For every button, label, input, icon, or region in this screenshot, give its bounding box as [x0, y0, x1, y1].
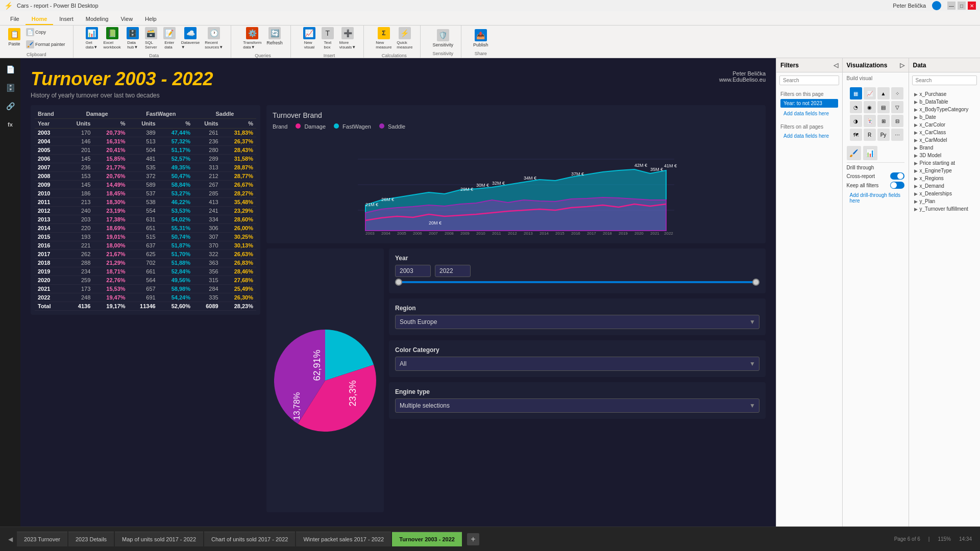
tab-insert[interactable]: Insert [53, 14, 80, 25]
data-tree-item[interactable]: ▶x_CarModel [911, 136, 978, 144]
year-filter-badge[interactable]: Year: to not 2023 [780, 99, 838, 108]
viz-icon-pie[interactable]: ◔ [850, 101, 862, 113]
recent-sources-button[interactable]: 🕐 Recentsources▼ [203, 26, 225, 51]
viz-icon-card[interactable]: 🃏 [864, 115, 876, 127]
cell-1-6: 26,37% [222, 137, 256, 146]
engine-type-select[interactable]: Multiple selections Diesel Petrol Electr… [395, 398, 760, 413]
viz-icon-line[interactable]: 📈 [864, 87, 876, 99]
viz-icon-gauge[interactable]: ◑ [850, 115, 862, 127]
year-slider-left-thumb[interactable] [395, 279, 402, 286]
format-icon[interactable]: 🖌️ [847, 146, 861, 160]
add-tab-button[interactable]: + [467, 533, 479, 545]
tab-home[interactable]: Home [26, 14, 54, 25]
window-controls[interactable]: — □ ✕ [947, 2, 976, 10]
excel-button[interactable]: 📗 Excelworkbook [102, 26, 122, 51]
sensitivity-button[interactable]: 🛡️ Sensitivity [431, 28, 455, 49]
maximize-button[interactable]: □ [958, 2, 966, 10]
data-search-input[interactable] [912, 76, 977, 85]
viz-icon-more[interactable]: ⋯ [891, 129, 903, 141]
more-visuals-button[interactable]: ➕ Morevisuals▼ [338, 26, 357, 51]
data-tree-item[interactable]: ▶Price starting at [911, 159, 978, 167]
data-hub-button[interactable]: 🗄️ Datahub▼ [125, 26, 141, 51]
close-button[interactable]: ✕ [968, 2, 976, 10]
filters-search-input[interactable] [779, 76, 839, 85]
data-search-wrapper [912, 76, 977, 85]
sidebar-icon-dax[interactable]: fx [3, 117, 17, 132]
data-tree-item[interactable]: ▶x_Demand [911, 182, 978, 190]
sql-button[interactable]: 🗃️ SQLServer [143, 26, 159, 51]
paste-button[interactable]: 📋 Paste [6, 27, 22, 50]
bottom-tab-1[interactable]: 2023 Details [68, 532, 114, 546]
quick-measure-button[interactable]: ⚡ Quickmeasure [395, 26, 414, 51]
transform-button[interactable]: ⚙️ Transformdata▼ [241, 26, 263, 51]
add-filter-on-page[interactable]: Add data fields here [780, 109, 838, 118]
format-painter-button[interactable]: 🖌️ Format painter [24, 39, 67, 50]
data-tree-item[interactable]: ▶y_Turnover fulfillment [911, 205, 978, 213]
publish-button[interactable]: 📤 Publish [472, 28, 490, 49]
cell-7-4: 53,27% [159, 189, 193, 198]
cell-14-1: 262 [66, 250, 94, 259]
filters-panel-collapse[interactable]: ◁ [834, 62, 838, 69]
region-select[interactable]: South Europe All North Europe East Europ… [395, 315, 760, 329]
data-tree-item[interactable]: ▶x_CarColor [911, 121, 978, 129]
data-tree-item[interactable]: ▶x_Regions [911, 174, 978, 182]
color-category-select[interactable]: All Red Blue Green [395, 357, 760, 371]
viz-icon-bar[interactable]: ▦ [850, 87, 862, 99]
bottom-tab-0[interactable]: 2023 Turnover [17, 532, 67, 546]
year-slider-right-thumb[interactable] [752, 279, 760, 286]
minimize-button[interactable]: — [947, 2, 955, 10]
cell-5-2: 20,76% [93, 172, 128, 181]
data-tree-item[interactable]: ▶x_Dealerships [911, 190, 978, 197]
viz-icon-scatter[interactable]: ⁘ [891, 87, 903, 99]
add-filter-all-pages[interactable]: Add data fields here [780, 132, 838, 140]
scroll-left[interactable]: ◀ [8, 536, 13, 543]
tab-help[interactable]: Help [139, 14, 163, 25]
enter-data-button[interactable]: 📝 Enterdata [161, 26, 178, 51]
viz-icon-area[interactable]: ▲ [877, 87, 890, 99]
year-from-input[interactable] [395, 265, 431, 277]
data-tree-item[interactable]: ▶Brand [911, 144, 978, 152]
data-tree-item[interactable]: ▶x_Purchase [911, 90, 978, 98]
analytics-icon[interactable]: 📊 [863, 146, 877, 160]
tab-file[interactable]: File [4, 14, 26, 25]
sidebar-icon-report[interactable]: 📄 [3, 62, 17, 77]
refresh-button[interactable]: 🔄 Refresh [265, 26, 284, 51]
tab-view[interactable]: View [114, 14, 139, 25]
add-drill-fields[interactable]: Add drill-through fields here [847, 191, 904, 205]
tab-modeling[interactable]: Modeling [80, 14, 115, 25]
bottom-tab-5[interactable]: Turnover 2003 - 2022 [392, 532, 462, 546]
viz-icon-map[interactable]: 🗺 [850, 129, 862, 141]
data-tree-item[interactable]: ▶b_DataTable [911, 98, 978, 106]
pie-label-damage: 23,3% [348, 380, 358, 406]
year-to-input[interactable] [435, 265, 471, 277]
viz-icon-python[interactable]: Py [877, 129, 890, 141]
viz-icon-treemap[interactable]: ▤ [877, 101, 890, 113]
data-tree-item[interactable]: ▶3D Model [911, 152, 978, 159]
sidebar-icon-data[interactable]: 🗄️ [3, 81, 17, 95]
data-tree-item[interactable]: ▶y_Plan [911, 197, 978, 205]
keep-filters-toggle[interactable] [890, 182, 904, 189]
data-tree-item[interactable]: ▶b_Date [911, 113, 978, 121]
viz-icon-donut[interactable]: ◉ [864, 101, 876, 113]
viz-icon-r[interactable]: R [864, 129, 876, 141]
data-tree-item[interactable]: ▶x_EngineType [911, 167, 978, 174]
new-visual-button[interactable]: 📈 Newvisual [301, 26, 317, 51]
viz-panel-icon[interactable]: ▷ [900, 62, 904, 69]
viz-icon-matrix[interactable]: ⊟ [891, 115, 903, 127]
copy-button[interactable]: 📄 Copy [24, 27, 67, 38]
text-box-button[interactable]: T Textbox [320, 26, 336, 51]
cross-report-toggle[interactable] [890, 172, 904, 180]
sidebar-icon-model[interactable]: 🔗 [3, 99, 17, 113]
get-data-button[interactable]: 📊 Getdata▼ [84, 26, 100, 51]
viz-icon-funnel[interactable]: ▽ [891, 101, 903, 113]
bottom-tab-4[interactable]: Winter packet sales 2017 - 2022 [296, 532, 391, 546]
new-measure-button[interactable]: Σ Newmeasure [374, 26, 393, 51]
viz-icon-table[interactable]: ⊞ [877, 115, 890, 127]
bottom-tab-3[interactable]: Chart of units sold 2017 - 2022 [204, 532, 295, 546]
data-tree-item[interactable]: ▶x_BodyTypeCategory [911, 106, 978, 113]
data-item-label: x_CarClass [920, 130, 946, 135]
bottom-tab-2[interactable]: Map of units sold 2017 - 2022 [115, 532, 203, 546]
dataverse-button[interactable]: ☁️ Dataverse▼ [180, 26, 201, 51]
table-row: 201018618,45%53753,27%28528,27% [35, 189, 256, 198]
data-tree-item[interactable]: ▶x_CarClass [911, 129, 978, 136]
